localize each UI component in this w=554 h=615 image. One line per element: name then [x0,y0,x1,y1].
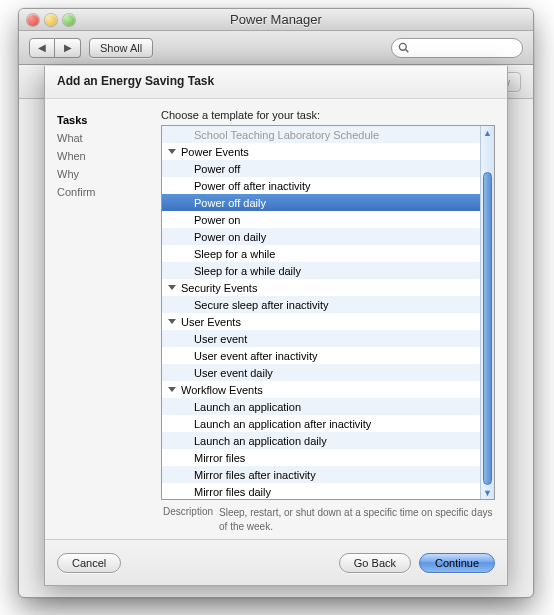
list-item[interactable]: Secure sleep after inactivity [162,296,480,313]
list-item[interactable]: Mirror files [162,449,480,466]
wizard-step: Confirm [57,183,147,201]
continue-button[interactable]: Continue [419,553,495,573]
wizard-step: Why [57,165,147,183]
continue-label: Continue [435,557,479,569]
list-group-header[interactable]: Workflow Events [162,381,480,398]
list-item[interactable]: Sleep for a while [162,245,480,262]
go-back-button[interactable]: Go Back [339,553,411,573]
titlebar: Power Manager [19,9,533,31]
search-field[interactable] [391,38,523,58]
wizard-step: Tasks [57,111,147,129]
scroll-thumb[interactable] [483,172,492,485]
sheet-main: Choose a template for your task: School … [161,109,495,535]
description-text: Sleep, restart, or shut down at a specif… [219,506,493,533]
task-sheet: Add an Energy Saving Task TasksWhatWhenW… [44,66,508,586]
list-item[interactable]: Power off after inactivity [162,177,480,194]
list-item[interactable]: Power on daily [162,228,480,245]
cancel-button[interactable]: Cancel [57,553,121,573]
scroll-down-icon[interactable]: ▼ [481,486,494,499]
list-item[interactable]: User event after inactivity [162,347,480,364]
sheet-body: TasksWhatWhenWhyConfirm Choose a templat… [45,99,507,539]
wizard-step: When [57,147,147,165]
description-row: Description Sleep, restart, or shut down… [161,500,495,535]
sheet-footer: Cancel Go Back Continue [45,539,507,585]
go-back-label: Go Back [354,557,396,569]
svg-line-1 [406,50,409,53]
list-group-label: User Events [181,316,241,328]
list-group-label: Security Events [181,282,257,294]
list-item[interactable]: Mirror files after inactivity [162,466,480,483]
list-item[interactable]: Power on [162,211,480,228]
list-item[interactable]: Launch an application [162,398,480,415]
nav-segment: ◀ ▶ [29,38,81,58]
disclosure-triangle-icon[interactable] [168,319,176,324]
list-group-header[interactable]: Power Events [162,143,480,160]
list-item[interactable]: Power off [162,160,480,177]
back-button[interactable]: ◀ [29,38,55,58]
list-item[interactable]: Power off daily [162,194,480,211]
template-listbox: School Teaching Laboratory SchedulePower… [161,125,495,500]
scrollbar[interactable]: ▲ ▼ [480,126,494,499]
wizard-step: What [57,129,147,147]
sheet-title: Add an Energy Saving Task [45,66,507,99]
show-all-label: Show All [100,42,142,54]
list-item[interactable]: Sleep for a while daily [162,262,480,279]
wizard-steps: TasksWhatWhenWhyConfirm [57,109,147,535]
window-title: Power Manager [19,12,533,27]
list-item[interactable]: User event [162,330,480,347]
description-label: Description [163,506,213,533]
zoom-icon[interactable] [63,14,75,26]
svg-point-0 [399,43,406,50]
list-group-header[interactable]: Security Events [162,279,480,296]
search-icon [398,42,409,53]
forward-button[interactable]: ▶ [55,38,81,58]
list-item[interactable]: User event daily [162,364,480,381]
scroll-up-icon[interactable]: ▲ [481,126,494,139]
toolbar: ◀ ▶ Show All [19,31,533,65]
list-group-label: Power Events [181,146,249,158]
disclosure-triangle-icon[interactable] [168,387,176,392]
list-item[interactable]: School Teaching Laboratory Schedule [162,126,480,143]
chevron-right-icon: ▶ [64,42,72,53]
window-controls [27,14,75,26]
disclosure-triangle-icon[interactable] [168,149,176,154]
template-prompt: Choose a template for your task: [161,109,495,121]
list-item[interactable]: Launch an application daily [162,432,480,449]
show-all-button[interactable]: Show All [89,38,153,58]
disclosure-triangle-icon[interactable] [168,285,176,290]
list-item[interactable]: Launch an application after inactivity [162,415,480,432]
minimize-icon[interactable] [45,14,57,26]
close-icon[interactable] [27,14,39,26]
cancel-label: Cancel [72,557,106,569]
template-list[interactable]: School Teaching Laboratory SchedulePower… [162,126,480,499]
chevron-left-icon: ◀ [38,42,46,53]
list-group-header[interactable]: User Events [162,313,480,330]
list-item[interactable]: Mirror files daily [162,483,480,499]
list-group-label: Workflow Events [181,384,263,396]
